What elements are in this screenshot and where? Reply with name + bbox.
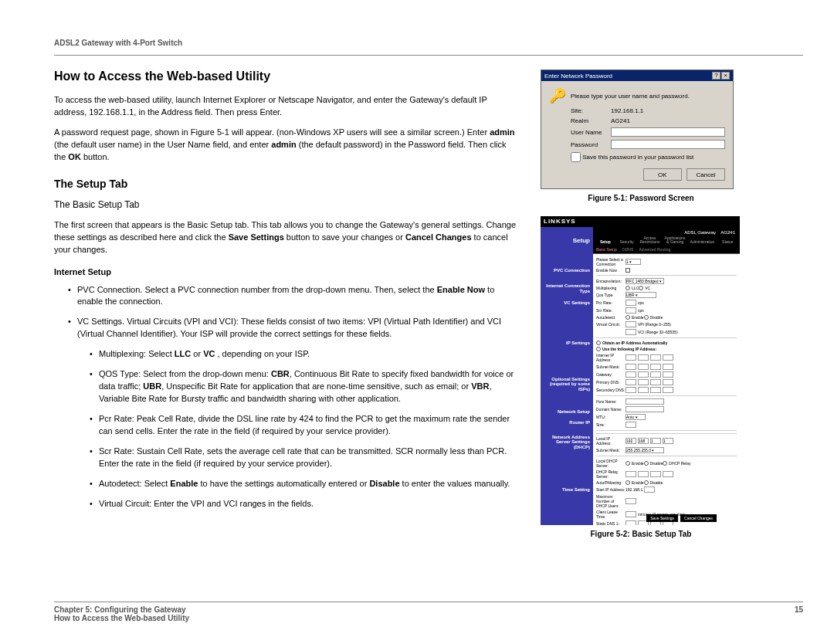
save-password-row: Save this password in your password list (571, 152, 725, 162)
site-label: Site: (571, 107, 611, 114)
encap-select[interactable]: RFC 1483 Bridged ▾ (626, 278, 664, 284)
tab-setup[interactable]: Setup (595, 239, 616, 246)
username-label: User Name (571, 129, 611, 136)
router-form: Please Select a Connection1 ▾ Enable Now… (593, 254, 740, 525)
bullet-list: PVC Connection. Select a PVC connection … (54, 284, 517, 510)
footer-rule (54, 602, 803, 602)
list-item-vc: VC Settings. Virtual Circuits (VPI and V… (68, 316, 517, 510)
figure-2-caption: Figure 5-2: Basic Setup Tab (541, 530, 741, 538)
router-ui: LINKSYS ADSL Gateway AG241 Setup PVC Con… (541, 216, 740, 525)
site-value: 192.168.1.1 (611, 107, 643, 114)
list-item-multiplexing: Multiplexing: Select LLC or VC , dependi… (90, 348, 517, 361)
list-item-scr: Scr Rate: Sustain Cell Rate, sets the av… (90, 446, 517, 470)
router-sidebar: Setup PVC Connection Internet Connection… (541, 227, 593, 525)
qos-select[interactable]: UBR ▾ (626, 292, 656, 298)
dialog-title-text: Enter Network Password (544, 73, 612, 80)
figure-1-caption: Figure 5-1: Password Screen (541, 194, 741, 202)
list-item-qos: QOS Type: Select from the drop-down menu… (90, 368, 517, 405)
router-action-bar: Save Settings Cancel Changes (646, 514, 717, 522)
footer-section: How to Access the Web-based Utility (54, 614, 803, 622)
page-footer: Chapter 5: Configuring the Gateway 15 Ho… (54, 602, 803, 622)
cancel-changes-button[interactable]: Cancel Changes (680, 514, 717, 522)
list-item-autodetect: Autodetect: Select Enable to have the se… (90, 478, 517, 490)
text-column: How to Access the Web-based Utility To a… (54, 69, 517, 552)
save-settings-button[interactable]: Save Settings (646, 514, 678, 522)
router-header: LINKSYS (541, 216, 740, 227)
sidebar-dhcp: Network Address Server Settings (DHCP) (541, 432, 593, 453)
sidebar-ict: Internet Connection Type (541, 280, 593, 297)
sidebar-ip: IP Settings (541, 337, 593, 349)
sub-list: Multiplexing: Select LLC or VC , dependi… (77, 348, 517, 510)
sidebar-setup: Setup (541, 238, 593, 248)
sidebar-routerip: Router IP (541, 417, 593, 429)
linksys-logo: LINKSYS (544, 218, 576, 225)
cancel-button[interactable]: Cancel (687, 168, 725, 181)
help-icon[interactable]: ? (712, 72, 720, 80)
page-number: 15 (795, 605, 803, 614)
tab-status[interactable]: Status (717, 239, 738, 246)
password-label: Password (571, 141, 611, 148)
list-item-virtual-circuit: Virtual Circuit: Enter the VPI and VCI r… (90, 498, 517, 510)
router-model: ADSL Gateway AG241 (684, 230, 735, 235)
subtab-basic[interactable]: Basic Setup (596, 247, 617, 252)
sidebar-optional: Optional Settings (required by some ISPs… (541, 374, 593, 395)
heading-basic-setup: The Basic Setup Tab (54, 199, 517, 210)
ok-button[interactable]: OK (643, 168, 682, 181)
sidebar-time: Time Setting (541, 484, 593, 496)
dialog-body: 🔑 Please type your user name and passwor… (541, 81, 733, 188)
realm-label: Realm (571, 117, 611, 124)
realm-value: AG241 (611, 117, 630, 124)
para-access-1: To access the web-based utility, launch … (54, 94, 517, 119)
password-field[interactable] (611, 140, 725, 149)
save-password-label: Save this password in your password list (582, 154, 693, 161)
subtab-routing[interactable]: Advanced Routing (639, 247, 670, 252)
pvc-select[interactable]: 1 ▾ (626, 259, 641, 265)
product-header: ADSL2 Gateway with 4-Port Switch (54, 39, 803, 47)
header-rule (54, 55, 803, 56)
dialog-window-controls: ?× (711, 72, 730, 80)
username-field[interactable] (611, 127, 725, 137)
heading-setup-tab: The Setup Tab (54, 178, 517, 190)
tab-admin[interactable]: Administration (688, 239, 717, 246)
sidebar-network: Network Setup (541, 406, 593, 418)
key-icon: 🔑 (549, 87, 566, 104)
tab-apps[interactable]: Applications & Gaming (663, 235, 688, 246)
list-item-pvc: PVC Connection. Select a PVC connection … (68, 284, 517, 309)
enable-check[interactable] (626, 268, 630, 273)
heading-internet-setup: Internet Setup (54, 267, 517, 276)
save-password-checkbox[interactable] (571, 152, 581, 162)
close-icon[interactable]: × (721, 72, 730, 80)
tab-security[interactable]: Security (616, 239, 638, 246)
dialog-prompt: Please type your user name and password. (571, 93, 690, 100)
para-access-2: A password request page, shown in Figure… (54, 127, 517, 164)
heading-access: How to Access the Web-based Utility (54, 69, 517, 83)
password-dialog: Enter Network Password ?× 🔑 Please type … (541, 69, 734, 189)
tab-access[interactable]: Access Restrictions (638, 235, 663, 246)
para-basic-setup: The first screen that appears is the Bas… (54, 219, 517, 256)
router-subtabs: Basic Setup DDNS Advanced Routing (593, 246, 740, 254)
main-content: How to Access the Web-based Utility To a… (54, 69, 803, 552)
figure-column: Enter Network Password ?× 🔑 Please type … (541, 69, 741, 552)
subtab-ddns[interactable]: DDNS (622, 247, 633, 252)
dialog-titlebar: Enter Network Password ?× (541, 70, 733, 81)
router-body: Setup PVC Connection Internet Connection… (541, 227, 740, 525)
sidebar-vc: VC Settings (541, 297, 593, 309)
footer-chapter: Chapter 5: Configuring the Gateway (54, 605, 186, 614)
router-main: Setup Security Access Restrictions Appli… (593, 227, 740, 525)
sidebar-pvc: PVC Connection (541, 265, 593, 276)
dialog-buttons: OK Cancel (549, 168, 725, 181)
list-item-pcr: Pcr Rate: Peak Cell Rate, divide the DSL… (90, 413, 517, 438)
